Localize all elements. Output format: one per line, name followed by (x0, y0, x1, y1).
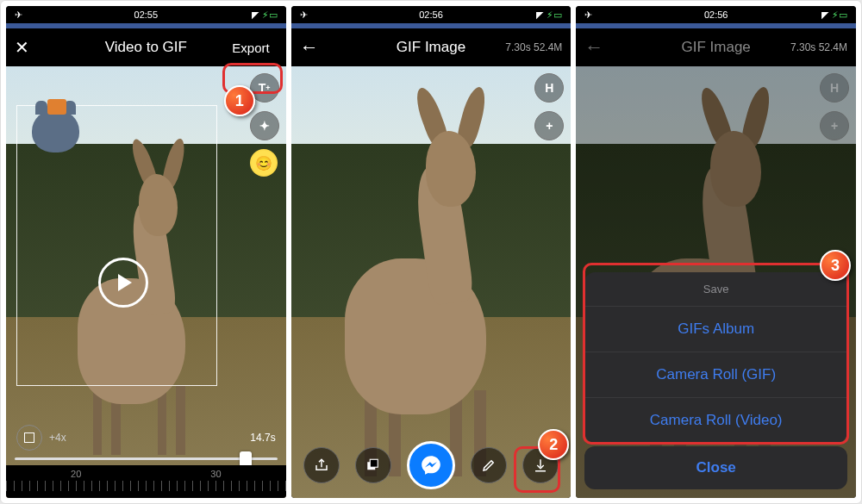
sheet-header: Save (584, 272, 847, 307)
stop-button[interactable] (16, 425, 42, 451)
speed-label: +4x (49, 432, 66, 444)
preview-area: H + Save GIFs Album Camera Roll (GIF) Ca… (576, 66, 856, 498)
callout-3: 3 (820, 250, 851, 281)
status-bar: ✈︎ 02:56 ◤⚡︎▭ (576, 6, 856, 23)
phone-screen-3: ✈︎ 02:56 ◤⚡︎▭ ← GIF Image 7.30s 52.4M H … (576, 6, 856, 498)
gif-info: 7.30s 52.4M (790, 41, 847, 53)
plus-button[interactable]: + (534, 111, 564, 140)
phone-screen-1: ✈︎ 02:55 ◤⚡︎▭ ✕ Video to GIF Export T+ (6, 6, 286, 498)
emoji-tool-button[interactable]: 😊 (250, 149, 278, 177)
save-sheet: Save GIFs Album Camera Roll (GIF) Camera… (584, 272, 847, 443)
save-camera-roll-gif[interactable]: Camera Roll (GIF) (584, 352, 847, 398)
svg-rect-1 (370, 459, 378, 467)
edit-button[interactable] (471, 447, 507, 483)
save-camera-roll-video[interactable]: Camera Roll (Video) (584, 398, 847, 443)
trim-slider[interactable] (15, 450, 278, 467)
gif-info: 7.30s 52.4M (505, 41, 562, 53)
close-button[interactable]: ✕ (15, 37, 29, 58)
back-button[interactable]: ← (300, 36, 319, 59)
share-button[interactable] (303, 447, 340, 483)
nav-bar: ← GIF Image 7.30s 52.4M (576, 28, 856, 66)
callout-1: 1 (224, 85, 255, 116)
editor-canvas[interactable]: T+ ✦ 😊 +4x 14.7s (6, 66, 286, 498)
back-button[interactable]: ← (584, 36, 603, 59)
sticker-tool-button[interactable]: ✦ (250, 111, 279, 140)
frames-button[interactable] (355, 447, 391, 483)
status-time: 02:56 (291, 9, 572, 20)
phone-screen-2: ✈︎ 02:56 ◤⚡︎▭ ← GIF Image 7.30s 52.4M H … (291, 6, 572, 498)
status-time: 02:55 (6, 9, 286, 20)
status-bar: ✈︎ 02:55 ◤⚡︎▭ (6, 6, 286, 23)
h-button[interactable]: H (534, 73, 564, 103)
timeline-ruler[interactable]: 20 30 (6, 465, 286, 498)
duration-label: 14.7s (250, 432, 275, 444)
nav-bar: ← GIF Image 7.30s 52.4M (291, 28, 572, 66)
nav-bar: ✕ Video to GIF Export (6, 28, 286, 66)
cat-sticker[interactable] (32, 109, 79, 152)
save-gifs-album[interactable]: GIFs Album (584, 307, 847, 352)
messenger-button[interactable] (407, 441, 455, 489)
play-button[interactable] (98, 258, 148, 308)
status-bar: ✈︎ 02:56 ◤⚡︎▭ (291, 6, 572, 23)
sheet-close-button[interactable]: Close (584, 446, 847, 489)
preview-area: H + (291, 66, 572, 498)
gift-sticker[interactable] (47, 99, 66, 115)
export-button[interactable]: Export (224, 36, 277, 59)
status-time: 02:56 (576, 9, 856, 20)
